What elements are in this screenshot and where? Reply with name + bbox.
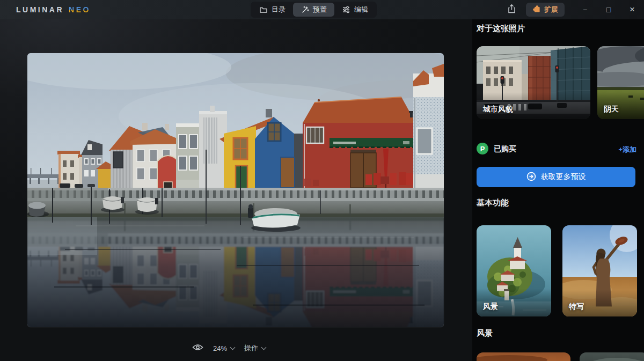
preset-card-label: 风景 [483, 302, 498, 312]
zoom-level-value: 24% [213, 344, 227, 352]
actions-label: 操作 [244, 343, 258, 353]
magic-wand-icon [301, 5, 309, 14]
tab-catalog-label: 目录 [272, 5, 286, 14]
eye-icon [192, 343, 203, 353]
top-bar: LUMINAR NEO 目录 预置 [0, 0, 644, 19]
extensions-button[interactable]: 扩展 [526, 3, 565, 17]
brand-neo: NEO [69, 5, 91, 14]
moody-thumbnail [580, 352, 644, 361]
preset-card-closeup[interactable]: 特写 [562, 225, 637, 316]
presets-p-icon: P [477, 143, 488, 154]
share-button[interactable] [505, 2, 518, 18]
main-photo[interactable] [27, 53, 444, 327]
actions-dropdown[interactable]: 操作 [244, 343, 266, 353]
chevron-down-icon [230, 344, 236, 350]
get-more-presets-button[interactable]: 获取更多预设 [477, 167, 635, 187]
folder-icon [259, 5, 268, 14]
arrow-right-circle-icon [526, 172, 536, 183]
window-controls: − □ × [573, 0, 644, 19]
preset-card-label: 阴天 [604, 105, 619, 114]
tab-presets-label: 预置 [313, 5, 327, 14]
puzzle-icon [532, 5, 540, 14]
chevron-down-icon [261, 344, 267, 350]
extensions-label: 扩展 [544, 5, 558, 14]
close-button[interactable]: × [620, 0, 644, 19]
preset-card-moody[interactable] [580, 352, 644, 361]
basic-presets-row: 风景 [477, 225, 637, 316]
get-more-label: 获取更多预设 [541, 172, 586, 182]
zoom-level-dropdown[interactable]: 24% [213, 344, 235, 352]
preset-card-landscape[interactable]: 风景 [477, 225, 551, 316]
sliders-icon [342, 5, 350, 14]
sunset-thumbnail [477, 352, 570, 361]
photo-canvas: 24% 操作 [0, 19, 472, 361]
preset-card-cityscape[interactable]: 城市风貌 [477, 46, 590, 119]
tab-edit-label: 编辑 [354, 5, 368, 14]
share-icon [507, 4, 516, 16]
maximize-button[interactable]: □ [597, 0, 620, 19]
landscape-presets-row [477, 352, 644, 361]
preset-card-label: 特写 [569, 302, 584, 312]
tab-presets[interactable]: 预置 [293, 3, 334, 17]
section-title-landscape: 风景 [477, 328, 493, 338]
canvas-controls: 24% 操作 [192, 342, 266, 355]
app-logo: LUMINAR NEO [16, 5, 91, 14]
tab-catalog[interactable]: 目录 [252, 3, 293, 17]
photo-presets-row: 城市风貌 阴天 [477, 46, 644, 119]
tab-edit[interactable]: 编辑 [334, 3, 376, 17]
section-title-for-this-photo: 对于这张照片 [477, 24, 525, 34]
compare-eye-button[interactable] [192, 343, 203, 353]
brand-luminar: LUMINAR [16, 5, 64, 14]
preset-card-sunset[interactable] [477, 352, 570, 361]
add-presets-link[interactable]: +添加 [618, 145, 636, 154]
preset-card-label: 城市风貌 [483, 105, 513, 114]
presets-sidebar: 对于这张照片 [472, 19, 644, 361]
minimize-button[interactable]: − [573, 0, 597, 19]
section-title-basic: 基本功能 [477, 198, 509, 208]
preset-card-overcast[interactable]: 阴天 [597, 46, 644, 119]
purchased-label: 已购买 [494, 144, 516, 154]
view-tabs: 目录 预置 编辑 [251, 2, 377, 18]
